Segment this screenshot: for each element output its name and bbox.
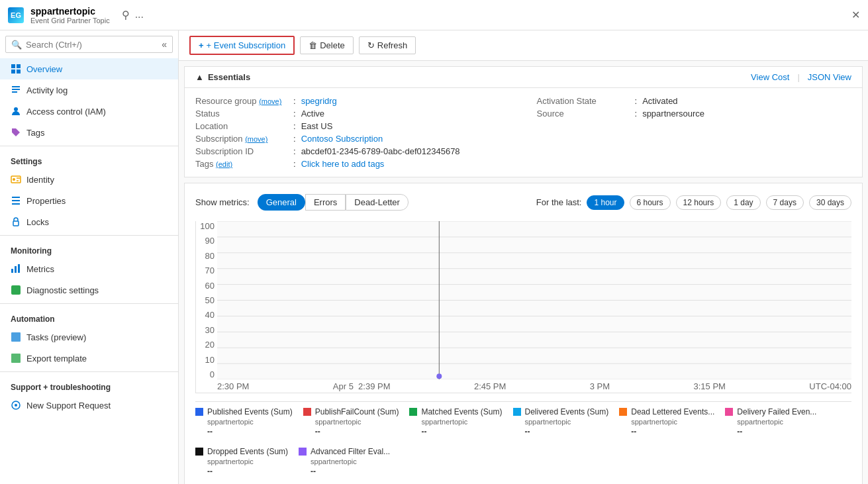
resource-group-row: Resource group (move) : spegridrg [195, 96, 510, 106]
time-6h-button[interactable]: 6 hours [630, 195, 671, 210]
main-layout: 🔍 « Overview Activity log Access control… [0, 30, 868, 484]
svg-rect-20 [11, 332, 21, 342]
sidebar-item-identity[interactable]: Identity [0, 169, 178, 190]
title-bar: EG sppartnertopic Event Grid Partner Top… [0, 0, 868, 30]
legend-dropped-label: Dropped Events (Sum) [207, 447, 288, 456]
sidebar-item-support-label: New Support Request [26, 401, 111, 411]
activity-log-icon [11, 85, 21, 95]
support-icon [11, 400, 21, 411]
close-button[interactable]: ✕ [851, 9, 860, 21]
sidebar-item-metrics[interactable]: Metrics [0, 258, 178, 279]
essentials-grid: Resource group (move) : spegridrg Status… [185, 88, 862, 177]
tags-label: Tags (edit) [195, 159, 288, 169]
identity-icon [11, 174, 21, 185]
legend-deliveryfailed: Delivery Failed Even... sppartnertopic -… [725, 407, 816, 436]
search-box[interactable]: 🔍 « [5, 36, 173, 53]
tags-value[interactable]: Click here to add tags [301, 159, 385, 169]
sidebar-item-identity-label: Identity [26, 175, 54, 185]
location-label: Location [195, 121, 288, 131]
sidebar-item-export-template[interactable]: Export template [0, 348, 178, 369]
subscription-value[interactable]: Contoso Subscription [301, 134, 383, 144]
json-view-link[interactable]: JSON View [808, 72, 851, 82]
status-label: Status [195, 109, 288, 119]
legend-deliveryfailed-color [725, 408, 733, 416]
refresh-button[interactable]: ↻ Refresh [359, 36, 416, 54]
legend-dropped-sub: sppartnertopic [195, 458, 288, 465]
tags-row: Tags (edit) : Click here to add tags [195, 159, 510, 169]
sidebar-item-access-control[interactable]: Access control (IAM) [0, 101, 178, 122]
view-cost-link[interactable]: View Cost [751, 72, 789, 82]
metrics-controls: Show metrics: General Errors Dead-Letter… [195, 194, 851, 211]
collapse-icon[interactable]: ▲ [195, 72, 204, 82]
search-input[interactable] [26, 40, 158, 50]
time-30d-button[interactable]: 30 days [809, 195, 851, 210]
essentials-header: ▲ Essentials View Cost | JSON View [185, 67, 862, 88]
collapse-sidebar-button[interactable]: « [162, 39, 167, 50]
delete-button[interactable]: 🗑 Delete [300, 36, 354, 54]
sidebar-item-metrics-label: Metrics [26, 264, 54, 274]
app-icon: EG [8, 7, 24, 23]
automation-section-header: Automation [0, 307, 178, 326]
svg-rect-16 [11, 269, 13, 273]
legend-published-value: -- [195, 427, 293, 436]
event-subscription-button[interactable]: + + Event Subscription [189, 36, 295, 55]
sidebar-item-tags[interactable]: Tags [0, 122, 178, 143]
sidebar-item-locks-label: Locks [26, 217, 49, 227]
resource-group-value[interactable]: spegridrg [301, 96, 337, 106]
subscription-id-value: abcdef01-2345-6789-0abc-def012345678 [301, 146, 460, 156]
tab-general[interactable]: General [258, 194, 305, 211]
sidebar-item-overview[interactable]: Overview [0, 58, 178, 79]
legend-delivered-color [513, 408, 521, 416]
resource-group-move-link[interactable]: (move) [259, 97, 281, 105]
time-1h-button[interactable]: 1 hour [587, 195, 624, 210]
subscription-move-link[interactable]: (move) [245, 135, 267, 143]
legend-publishfail: PublishFailCount (Sum) sppartnertopic -- [303, 407, 399, 436]
sidebar-item-tasks[interactable]: Tasks (preview) [0, 326, 178, 348]
time-7d-button[interactable]: 7 days [766, 195, 804, 210]
legend-delivered-sub: sppartnertopic [513, 418, 609, 426]
legend-deliveryfailed-value: -- [725, 427, 816, 436]
legend-published-sub: sppartnertopic [195, 418, 293, 426]
chart-container: 100 90 80 70 60 50 40 30 20 10 0 [195, 221, 851, 393]
export-icon [11, 353, 21, 363]
overview-icon [11, 64, 21, 74]
legend-publishfail-sub: sppartnertopic [303, 418, 399, 426]
legend-dropped-value: -- [195, 467, 288, 476]
sidebar-item-activity-log[interactable]: Activity log [0, 79, 178, 101]
activation-state-value: Activated [642, 96, 677, 106]
legend-delivered: Delivered Events (Sum) sppartnertopic -- [513, 407, 609, 436]
sidebar-item-support[interactable]: New Support Request [0, 395, 178, 416]
refresh-icon: ↻ [367, 40, 375, 50]
legend-published: Published Events (Sum) sppartnertopic -- [195, 407, 293, 436]
svg-rect-0 [11, 64, 15, 68]
legend-advancedfilter-label: Advanced Filter Eval... [311, 447, 390, 456]
svg-point-9 [13, 178, 15, 181]
sidebar-item-properties[interactable]: Properties [0, 190, 178, 211]
subscription-id-row: Subscription ID : abcdef01-2345-6789-0ab… [195, 146, 510, 156]
legend-published-color [195, 408, 203, 416]
time-1d-button[interactable]: 1 day [726, 195, 760, 210]
pin-icon[interactable]: ⚲ [122, 9, 130, 21]
metrics-icon [11, 264, 21, 274]
subscription-row: Subscription (move) : Contoso Subscripti… [195, 134, 510, 144]
location-row: Location : East US [195, 121, 510, 131]
sidebar-item-diagnostic[interactable]: Diagnostic settings [0, 279, 178, 301]
chart-svg [217, 221, 851, 379]
tab-dead-letter[interactable]: Dead-Letter [346, 194, 409, 211]
legend-deliveryfailed-label: Delivery Failed Even... [737, 407, 816, 416]
svg-rect-2 [11, 70, 15, 73]
svg-rect-3 [17, 70, 21, 73]
tags-edit-link[interactable]: (edit) [216, 160, 232, 168]
content-area: + + Event Subscription 🗑 Delete ↻ Refres… [179, 30, 868, 484]
source-row: Source : sppartnersource [537, 109, 852, 119]
time-12h-button[interactable]: 12 hours [676, 195, 722, 210]
tab-errors[interactable]: Errors [305, 194, 346, 211]
legend-advancedfilter-value: -- [299, 467, 390, 476]
sidebar-item-access-control-label: Access control (IAM) [26, 107, 106, 117]
subscription-id-label: Subscription ID [195, 146, 288, 156]
sidebar-item-locks[interactable]: Locks [0, 211, 178, 232]
more-icon[interactable]: ... [135, 9, 144, 21]
svg-rect-14 [12, 203, 20, 205]
chart-y-labels: 100 90 80 70 60 50 40 30 20 10 0 [196, 221, 217, 379]
legend-published-label: Published Events (Sum) [207, 407, 293, 416]
